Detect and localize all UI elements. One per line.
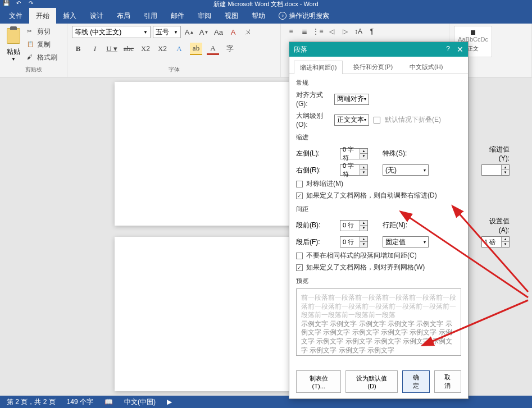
outline-select[interactable]: 正文文本 ▾ [334,114,369,126]
collapse-checkbox[interactable] [374,117,380,123]
auto-adjust-checkbox[interactable] [296,192,303,199]
redo-icon[interactable]: ↷ [27,0,35,8]
bold-button[interactable]: B [72,43,84,55]
tab-chinese-layout[interactable]: 中文版式(H) [403,60,449,74]
up-icon[interactable]: ▲ [502,237,509,242]
word-count[interactable]: 149 个字 [67,397,93,407]
bullets-button[interactable]: ≡ [285,26,297,37]
menu-insert[interactable]: 插入 [56,8,83,24]
cut-button[interactable]: ✂剪切 [25,26,60,38]
no-space-checkbox[interactable] [296,253,303,259]
menu-references[interactable]: 引用 [137,8,164,24]
show-marks-button[interactable]: ¶ [366,26,378,37]
format-painter-button[interactable]: 🖌格式刷 [25,52,60,63]
close-icon[interactable]: ✕ [457,45,463,54]
dropdown-arrow-icon: ▼ [11,57,16,62]
tab-indent-spacing[interactable]: 缩进和间距(I) [294,61,343,74]
tab-line-breaks[interactable]: 换行和分页(P) [347,60,399,74]
line-spacing-select[interactable]: 固定值 ▾ [383,236,429,247]
menu-home[interactable]: 开始 [29,8,56,24]
left-indent-label: 左侧(L): [296,149,335,158]
down-icon[interactable]: ▼ [502,242,509,247]
numbering-button[interactable]: ≣ [299,26,310,37]
indent-value-spinner[interactable]: ▲▼ [481,164,510,176]
line-spacing-label: 行距(N): [383,221,422,230]
copy-button[interactable]: 📋复制 [25,39,60,51]
chevron-down-icon: ▼ [174,30,178,35]
menu-mailings[interactable]: 邮件 [164,8,191,24]
undo-icon[interactable]: ↶ [15,0,22,8]
up-icon[interactable]: ▲ [360,237,367,242]
menu-help[interactable]: 帮助 [245,8,272,24]
font-size-select[interactable]: 五号 ▼ [153,26,181,38]
clear-format-button[interactable]: A [227,26,239,38]
tell-me[interactable]: ♀ 操作说明搜索 [272,8,336,24]
underline-button[interactable]: U ▾ [106,43,118,55]
set-value-label: 设置值(A): [481,217,510,234]
up-icon[interactable]: ▲ [360,165,367,170]
down-icon[interactable]: ▼ [502,170,509,175]
character-border-button[interactable]: 字 [224,43,236,55]
font-color-button[interactable]: A [207,43,219,55]
menu-file[interactable]: 文件 [2,8,29,24]
snap-grid-checkbox[interactable] [296,264,303,271]
decrease-indent-button[interactable]: ◁ [326,26,337,37]
down-icon[interactable]: ▼ [360,226,367,231]
menu-review[interactable]: 审阅 [191,8,218,24]
cancel-button[interactable]: 取消 [434,370,461,393]
save-icon[interactable]: 💾 [2,0,10,8]
alignment-select[interactable]: 两端对齐 ▾ [334,94,369,105]
outline-label: 大纲级别(O): [296,111,330,129]
phonetic-guide-button[interactable]: ㄨ [242,26,254,38]
mirror-checkbox[interactable] [296,181,303,187]
subscript-button[interactable]: X2 [139,43,152,55]
sort-button[interactable]: ↕A [353,26,364,37]
tabs-button[interactable]: 制表位(T)... [296,370,341,393]
clipboard-label: 剪贴板 [4,66,62,75]
strikethrough-button[interactable]: abc [122,43,135,55]
shrink-font-button[interactable]: A▼ [198,26,210,38]
menu-design[interactable]: 设计 [83,8,110,24]
chevron-down-icon: ▾ [424,168,426,173]
change-case-button[interactable]: Aa [212,26,225,38]
multilevel-button[interactable]: ⋮≡ [312,26,324,37]
help-icon[interactable]: ? [446,45,450,54]
chevron-down-icon: ▼ [143,30,148,35]
set-value-spinner[interactable]: 1 磅 ▲▼ [481,236,510,247]
grow-font-button[interactable]: A▲ [183,26,195,38]
before-spinner[interactable]: 0 行 ▲▼ [340,220,368,231]
language[interactable]: 中文(中国) [124,397,156,407]
text-effects-button[interactable]: A [173,43,185,55]
menu-view[interactable]: 视图 [218,8,245,24]
paste-icon [7,28,20,44]
up-icon[interactable]: ▲ [360,221,367,226]
macro-icon[interactable]: ▶ [167,398,172,406]
section-general: 常规 [296,79,461,87]
special-select[interactable]: (无) ▾ [383,164,429,176]
page-count[interactable]: 第 2 页，共 2 页 [7,397,56,407]
superscript-button[interactable]: X2 [156,43,169,55]
lightbulb-icon: ♀ [279,12,287,20]
highlight-button[interactable]: ab [190,43,202,55]
ok-button[interactable]: 确定 [402,370,429,393]
alignment-label: 对齐方式(G): [296,90,330,108]
up-icon[interactable]: ▲ [502,165,509,170]
spellcheck-icon[interactable]: 📖 [104,398,113,406]
font-name-select[interactable]: 等线 (中文正文) ▼ [72,26,151,38]
dialog-titlebar[interactable]: 段落 ? ✕ [289,42,468,57]
titlebar: 💾 ↶ ↷ 新建 Microsoft Word 文档.docx - Word [0,0,532,8]
paste-button[interactable]: 粘贴 ▼ [4,26,22,64]
left-indent-spinner[interactable]: 0 字符 ▲▼ [340,148,368,159]
down-icon[interactable]: ▼ [360,242,367,247]
italic-button[interactable]: I [89,43,101,55]
after-spinner[interactable]: 0 行 ▲▼ [340,236,368,247]
after-label: 段后(F): [296,237,335,247]
default-button[interactable]: 设为默认值(D) [345,370,398,393]
menu-layout[interactable]: 布局 [110,8,137,24]
up-icon[interactable]: ▲ [360,149,367,154]
down-icon[interactable]: ▼ [360,170,367,175]
right-indent-spinner[interactable]: 0 字符 ▲▼ [340,164,368,176]
chevron-down-icon: ▾ [364,117,366,122]
increase-indent-button[interactable]: ▷ [339,26,351,37]
down-icon[interactable]: ▼ [360,154,367,159]
